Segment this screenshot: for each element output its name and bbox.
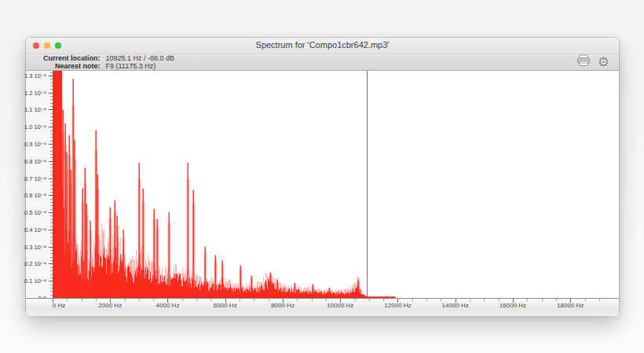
info-toolbar: Current location: 10925.1 Hz / -88.0 dB … (26, 54, 619, 71)
x-axis-label: 8000 Hz (271, 302, 295, 309)
nearest-note-label: Nearest note: (43, 63, 101, 71)
spectrum-canvas[interactable] (53, 71, 606, 298)
y-axis-label: 1.2 10⁻⁴ (24, 89, 46, 96)
x-axis-tick (210, 299, 211, 301)
x-axis-tick (153, 299, 154, 301)
y-axis-label: 0.1 10⁻⁴ (24, 278, 46, 285)
desktop-background: Spectrum for 'Compo1cbr642.mp3' Current … (0, 0, 644, 353)
x-axis-label: 6000 Hz (214, 302, 237, 309)
printer-icon[interactable] (576, 54, 591, 70)
y-axis-label: 1.3 10⁻⁴ (24, 72, 46, 79)
x-axis-tick (326, 299, 327, 301)
x-axis-tick (441, 299, 441, 301)
x-axis-label: 4000 Hz (156, 302, 180, 309)
x-axis-label: 0 Hz (53, 302, 65, 309)
x-axis-tick (499, 299, 499, 301)
x-axis-tick (312, 299, 313, 301)
traffic-lights (33, 42, 61, 49)
x-axis-tick (240, 299, 240, 301)
x-axis-tick (355, 299, 356, 301)
close-button[interactable] (33, 42, 39, 49)
x-axis-tick (484, 299, 485, 301)
x-axis-label: 16000 Hz (499, 302, 526, 309)
cursor-readout: Current location: 10925.1 Hz / -88.0 dB … (43, 55, 174, 70)
x-axis-tick (125, 299, 126, 301)
x-axis-tick (297, 299, 298, 301)
window-footer (26, 310, 619, 316)
minimize-button[interactable] (44, 42, 50, 49)
y-axis-label: 0.3 10⁻⁴ (24, 243, 46, 250)
x-axis-label: 18000 Hz (557, 302, 584, 309)
x-axis-tick (67, 299, 68, 301)
x-axis-tick (556, 299, 557, 301)
toolbar-icons: ⚙ (576, 54, 609, 70)
x-axis: 0 Hz2000 Hz4000 Hz6000 Hz8000 Hz10000 Hz… (26, 298, 619, 310)
titlebar[interactable]: Spectrum for 'Compo1cbr642.mp3' (26, 38, 619, 54)
x-axis-label: 2000 Hz (98, 302, 122, 309)
y-axis-label: 0.4 10⁻⁴ (24, 226, 46, 233)
x-axis-tick (470, 299, 470, 301)
x-axis-tick (383, 299, 384, 301)
y-axis-label: 0.5 10⁻⁴ (24, 209, 46, 216)
zoom-button[interactable] (55, 42, 61, 49)
x-axis-tick (599, 299, 600, 301)
x-axis-tick (585, 299, 586, 301)
x-axis-tick (412, 299, 413, 301)
x-axis-tick (139, 299, 140, 301)
x-axis-label: 10000 Hz (327, 302, 353, 309)
y-axis-label: 0.9 10⁻⁴ (24, 140, 46, 147)
plot-area[interactable] (53, 71, 619, 298)
x-axis-label: 14000 Hz (442, 302, 469, 309)
x-axis-tick (369, 299, 370, 301)
y-axis-label: 0.2 10⁻⁴ (24, 260, 46, 267)
x-axis-tick (182, 299, 183, 301)
y-axis-label: 0.7 10⁻⁴ (24, 175, 46, 182)
y-axis-label: 1.0 10⁻⁴ (24, 123, 46, 131)
x-axis-tick (96, 299, 97, 301)
x-axis-tick (542, 299, 543, 301)
y-axis: 0.00.1 10⁻⁴0.2 10⁻⁴0.3 10⁻⁴0.4 10⁻⁴0.5 1… (26, 71, 53, 298)
x-axis-tick (82, 299, 82, 301)
spectrum-window: Spectrum for 'Compo1cbr642.mp3' Current … (26, 38, 619, 314)
window-title: Spectrum for 'Compo1cbr642.mp3' (26, 38, 619, 53)
y-axis-label: 0.8 10⁻⁴ (24, 157, 46, 164)
x-axis-tick (254, 299, 254, 301)
x-axis-tick (426, 299, 427, 301)
y-axis-label: 0.6 10⁻⁴ (24, 192, 46, 199)
y-axis-label: 1.1 10⁻⁴ (24, 106, 46, 113)
gear-icon[interactable]: ⚙ (598, 56, 609, 69)
x-axis-label: 12000 Hz (384, 302, 411, 309)
x-axis-tick (269, 299, 269, 301)
x-axis-tick (527, 299, 528, 301)
x-axis-tick (196, 299, 197, 301)
spectrum-plot: 0.00.1 10⁻⁴0.2 10⁻⁴0.3 10⁻⁴0.4 10⁻⁴0.5 1… (26, 71, 619, 298)
nearest-note-value: F9 (11175.3 Hz) (106, 63, 175, 71)
